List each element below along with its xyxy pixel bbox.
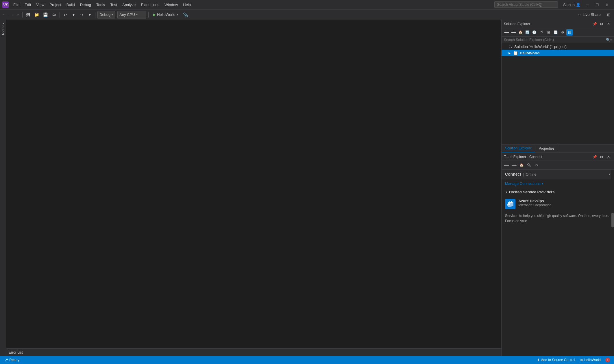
te-back-button[interactable]: ⟵ xyxy=(503,162,510,168)
solution-explorer-tab[interactable]: Solution Explorer xyxy=(502,145,535,152)
se-forward-button[interactable]: ⟶ xyxy=(510,29,517,36)
manage-connections-button[interactable]: Manage Connections ▾ xyxy=(502,179,614,188)
te-forward-button[interactable]: ⟶ xyxy=(511,162,517,168)
toolbox-panel[interactable]: Toolbox xyxy=(0,20,6,356)
hosted-service-providers-header[interactable]: ▲ Hosted Service Providers xyxy=(502,188,614,196)
azure-devops-item[interactable]: Azure DevOps Microsoft Corporation xyxy=(502,196,614,212)
ready-indicator[interactable]: ⎇ Ready xyxy=(2,357,21,363)
error-list-label: Error List xyxy=(9,350,23,354)
toolbar-separator-4 xyxy=(148,12,149,18)
te-auto-hide-button[interactable]: ⊠ xyxy=(598,154,605,160)
toolbar-separator-1 xyxy=(22,12,23,18)
error-count-item[interactable]: 1 xyxy=(604,357,612,363)
live-share-button[interactable]: ↔ Live Share xyxy=(575,12,603,18)
se-history-button[interactable]: 🕐 xyxy=(531,29,537,36)
undo-button[interactable]: ↩ xyxy=(62,11,69,18)
toolbar-separator-3 xyxy=(95,12,95,18)
se-show-all-files-button[interactable]: 📄 xyxy=(552,29,559,36)
menu-analyze[interactable]: Analyze xyxy=(120,1,138,8)
se-properties-button[interactable]: ⚙ xyxy=(559,29,566,36)
solution-root-item[interactable]: 🗂 Solution 'HelloWorld' (1 project) xyxy=(502,43,614,50)
azure-devops-title: Azure DevOps xyxy=(518,199,611,203)
menu-file[interactable]: File xyxy=(11,1,22,8)
error-badge: 1 xyxy=(605,358,610,362)
editor-canvas xyxy=(6,20,501,348)
menu-test[interactable]: Test xyxy=(108,1,119,8)
se-collapse-button[interactable]: ⊟ xyxy=(545,29,552,36)
global-search-input[interactable] xyxy=(494,1,558,8)
team-explorer-toolbar: ⟵ ⟶ 🏠 🔌 ↻ xyxy=(502,161,614,170)
scrollbar-thumb[interactable] xyxy=(611,213,614,227)
menu-view[interactable]: View xyxy=(34,1,47,8)
se-refresh-button[interactable]: ↻ xyxy=(539,29,545,36)
attach-debugger-button[interactable]: 📎 xyxy=(182,11,189,18)
redo-button[interactable]: ↪ xyxy=(78,11,85,18)
save-all-button[interactable]: 🗂 xyxy=(51,11,58,18)
close-button[interactable]: ✕ xyxy=(602,0,612,9)
se-home-button[interactable]: 🏠 xyxy=(517,29,524,36)
solution-icon: 🗂 xyxy=(508,44,513,49)
solution-explorer-search-input[interactable] xyxy=(504,38,606,42)
sign-in-label: Sign in xyxy=(563,3,575,7)
editor-area: Error List xyxy=(6,20,501,356)
vs-logo-icon: VS xyxy=(2,1,9,8)
new-project-button[interactable]: 🖼 xyxy=(25,11,32,18)
open-button[interactable]: 📁 xyxy=(33,11,40,18)
undo-dropdown[interactable]: ▾ xyxy=(70,11,77,18)
toolbar-separator-2 xyxy=(60,12,60,18)
menu-window[interactable]: Window xyxy=(162,1,180,8)
platform-dropdown[interactable]: Any CPU ▾ xyxy=(117,11,146,18)
team-explorer-titlebar: Team Explorer - Connect 📌 ⊠ ✕ xyxy=(502,153,614,161)
minimize-button[interactable]: ─ xyxy=(583,0,592,9)
status-bar: ⎇ Ready ⬆ Add to Source Control ⊞ HelloW… xyxy=(0,356,614,364)
menu-build[interactable]: Build xyxy=(64,1,77,8)
azure-devops-description: Services to help you ship high quality s… xyxy=(502,212,614,225)
right-panels: Solution Explorer 📌 ⊠ ✕ ⟵ ⟶ 🏠 🔄 🕐 ↻ ⊟ 📄 … xyxy=(501,20,614,356)
solution-explorer-search: 🔍 ▾ xyxy=(502,37,614,43)
sign-in-button[interactable]: Sign in 👤 xyxy=(561,2,583,8)
auto-hide-button[interactable]: ⊠ xyxy=(598,21,605,27)
azure-devops-company: Microsoft Corporation xyxy=(518,203,611,207)
azure-devops-logo xyxy=(505,199,515,209)
save-button[interactable]: 💾 xyxy=(42,11,49,18)
solution-explorer-controls: 📌 ⊠ ✕ xyxy=(591,21,612,27)
properties-tab[interactable]: Properties xyxy=(535,145,558,152)
toolbox-label[interactable]: Toolbox xyxy=(1,23,5,36)
add-to-source-control-label: Add to Source Control xyxy=(541,358,575,362)
navigate-back-button[interactable]: ⟵ xyxy=(2,11,10,18)
menu-help[interactable]: Help xyxy=(181,1,193,8)
menu-tools[interactable]: Tools xyxy=(94,1,107,8)
connect-dropdown-icon: ▾ xyxy=(609,172,611,176)
te-close-button[interactable]: ✕ xyxy=(605,154,612,160)
te-plug-button[interactable]: 🔌 xyxy=(526,162,532,168)
solution-explorer-titlebar: Solution Explorer 📌 ⊠ ✕ xyxy=(502,20,614,28)
project-item[interactable]: ▶ 📋 HelloWorld xyxy=(502,50,614,56)
scrollbar-track xyxy=(611,170,614,356)
pin-button[interactable]: 📌 xyxy=(591,21,598,27)
menu-edit[interactable]: Edit xyxy=(22,1,33,8)
solution-tree: 🗂 Solution 'HelloWorld' (1 project) ▶ 📋 … xyxy=(502,43,614,144)
menu-extensions[interactable]: Extensions xyxy=(138,1,162,8)
redo-dropdown[interactable]: ▾ xyxy=(86,11,93,18)
error-list-bar[interactable]: Error List xyxy=(6,348,501,356)
menu-debug[interactable]: Debug xyxy=(78,1,93,8)
navigate-forward-button[interactable]: ⟶ xyxy=(12,11,20,18)
layout-toggle-button[interactable]: ⊞ xyxy=(605,11,612,18)
window-controls: ─ □ ✕ xyxy=(583,0,612,9)
te-home-button[interactable]: 🏠 xyxy=(518,162,525,168)
se-back-button[interactable]: ⟵ xyxy=(503,29,510,36)
run-button[interactable]: ▶ HelloWorld ▾ xyxy=(151,11,180,18)
title-bar: VS File Edit View Project Build Debug To… xyxy=(0,0,614,9)
maximize-button[interactable]: □ xyxy=(593,0,602,9)
se-preview-button[interactable]: ▤ xyxy=(566,29,573,36)
te-refresh-button[interactable]: ↻ xyxy=(533,162,540,168)
manage-connections-arrow: ▾ xyxy=(542,182,543,185)
build-config-dropdown[interactable]: Debug ▾ xyxy=(97,11,115,18)
te-pin-button[interactable]: 📌 xyxy=(591,154,598,160)
close-panel-button[interactable]: ✕ xyxy=(605,21,612,27)
menu-project[interactable]: Project xyxy=(47,1,63,8)
se-sync-button[interactable]: 🔄 xyxy=(524,29,530,36)
hosted-service-providers-label: Hosted Service Providers xyxy=(509,190,555,194)
project-status-item[interactable]: ⊞ HelloWorld xyxy=(578,357,602,363)
add-to-source-control-button[interactable]: ⬆ Add to Source Control xyxy=(535,357,577,363)
